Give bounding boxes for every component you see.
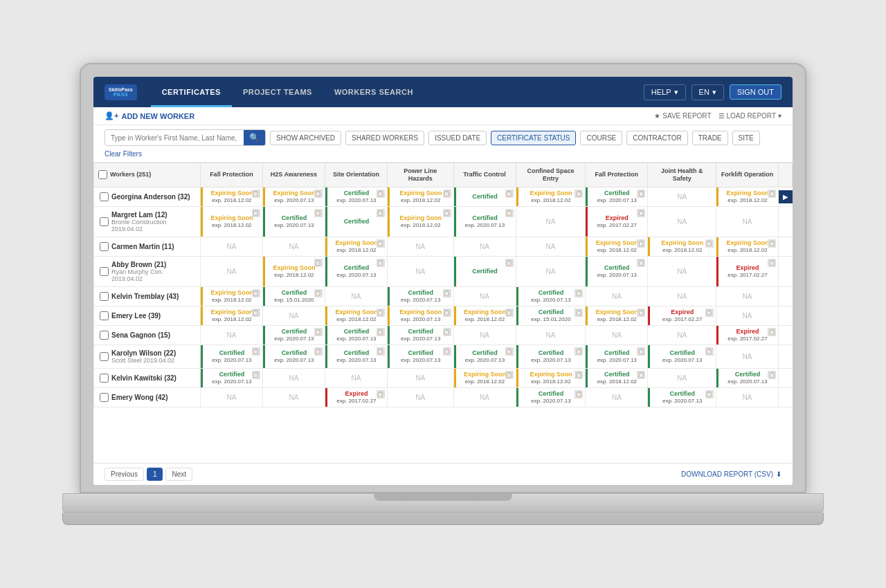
cert-cell[interactable]: Certified exp. 2020.07.13 📋	[325, 256, 387, 286]
cert-cell[interactable]: Certified exp. 2020.07.13 📋	[586, 187, 648, 206]
cert-cell[interactable]: Certified exp. 15.01.2020 📋	[262, 286, 325, 306]
cert-cell[interactable]: Certified exp. 2020.07.13 📋	[586, 344, 648, 368]
cert-icon[interactable]: 📋	[505, 259, 514, 267]
cert-icon[interactable]: 📋	[377, 239, 385, 248]
cert-cell[interactable]: Expired exp. 2017.02.27 📋	[716, 325, 778, 344]
cert-cell[interactable]: Expiring Soon exp. 2020.07.13 📋	[262, 187, 325, 206]
cert-cell[interactable]: NA	[262, 368, 325, 387]
select-all-checkbox[interactable]	[98, 170, 107, 179]
cert-icon[interactable]: 📋	[252, 371, 260, 379]
cert-cell[interactable]: NA	[516, 325, 586, 344]
cert-cell[interactable]: Certified exp. 2020.07.13 📋	[325, 344, 387, 368]
row-checkbox[interactable]	[100, 292, 109, 301]
cert-icon[interactable]: 📋	[252, 209, 260, 217]
cert-cell[interactable]: Expiring Soon exp. 2018.12.02 📋	[200, 187, 262, 206]
cert-cell[interactable]: Expired exp. 2017.02.27 📋	[586, 206, 648, 237]
add-worker-button[interactable]: 👤+ ADD NEW WORKER	[105, 111, 195, 120]
cert-icon[interactable]: 📋	[505, 347, 514, 356]
cert-cell[interactable]: Certified exp. 2020.07.13 📋	[200, 368, 262, 387]
cert-cell[interactable]: NA	[325, 368, 387, 387]
cert-icon[interactable]: 📋	[637, 239, 645, 248]
cert-icon[interactable]: 📋	[575, 390, 583, 398]
cert-cell[interactable]: Certified exp. 2020.07.13 📋	[516, 387, 586, 407]
cert-cell[interactable]: NA	[200, 387, 262, 407]
next-page-button[interactable]: Next	[165, 468, 192, 481]
cert-cell[interactable]: Expiring Soon exp. 2018.12.02 📋	[453, 306, 516, 325]
cert-cell[interactable]: Certified exp. 2020.07.13 📋	[648, 344, 716, 368]
cert-cell[interactable]: NA	[453, 325, 516, 344]
cert-cell[interactable]: Certified 📋	[325, 206, 387, 237]
cert-icon[interactable]: 📋	[377, 209, 385, 217]
cert-icon[interactable]: 📋	[705, 239, 714, 248]
cert-cell[interactable]: Expired exp. 2017.02.27 📋	[648, 306, 716, 325]
cert-cell[interactable]: NA	[716, 344, 778, 368]
cert-cell[interactable]: Expiring Soon exp. 2018.12.02 📋	[325, 306, 387, 325]
cert-icon[interactable]: 📋	[314, 190, 323, 198]
cert-icon[interactable]: 📋	[575, 309, 583, 317]
cert-cell[interactable]: NA	[453, 387, 516, 407]
shared-workers-button[interactable]: SHARED WORKERS	[345, 131, 424, 145]
cert-icon[interactable]: 📋	[768, 190, 776, 198]
cert-cell[interactable]: Expiring Soon exp. 2018.12.02 📋	[516, 187, 586, 206]
cert-cell[interactable]: Expiring Soon exp. 2018.12.02 📋	[453, 368, 516, 387]
cert-cell[interactable]: NA	[387, 368, 453, 387]
row-checkbox[interactable]	[100, 352, 109, 361]
cert-cell[interactable]: Expiring Soon exp. 2018.12.02 📋	[387, 206, 453, 237]
cert-icon[interactable]: 📋	[252, 190, 260, 198]
cert-cell[interactable]: Certified exp. 2020.07.13 📋	[387, 344, 453, 368]
cert-cell[interactable]: NA	[586, 325, 648, 344]
cert-icon[interactable]: 📋	[637, 371, 645, 379]
cert-cell[interactable]: NA	[648, 206, 716, 237]
cert-cell[interactable]: NA	[453, 237, 516, 256]
cert-cell[interactable]: Certified exp. 2020.07.13 📋	[387, 286, 453, 306]
cert-cell[interactable]: Certified exp. 2018.12.02 📋	[586, 368, 648, 387]
cert-icon[interactable]: 📋	[377, 259, 385, 267]
cert-cell[interactable]: Certified exp. 2020.07.13 📋	[516, 344, 586, 368]
cert-cell[interactable]: Expiring Soon exp. 2018.12.02 📋	[387, 187, 453, 206]
cert-cell[interactable]: NA	[262, 387, 325, 407]
cert-cell[interactable]: Certified exp. 2020.07.13 📋	[716, 368, 778, 387]
row-checkbox[interactable]	[100, 374, 109, 383]
cert-icon[interactable]: 📋	[443, 328, 451, 336]
cert-icon[interactable]: 📋	[705, 347, 714, 356]
cert-cell[interactable]: Expiring Soon exp. 2018.12.02 📋	[516, 368, 586, 387]
cert-cell[interactable]: NA	[648, 256, 716, 286]
trade-button[interactable]: TRADE	[692, 131, 728, 145]
row-checkbox[interactable]	[100, 242, 109, 251]
cert-cell[interactable]: Expired exp. 2017.02.27 📋	[325, 387, 387, 407]
load-report-button[interactable]: ☰ LOAD REPORT ▾	[718, 112, 782, 120]
cert-cell[interactable]: Certified exp. 2020.07.13 📋	[648, 387, 716, 407]
row-checkbox[interactable]	[100, 331, 109, 340]
tab-workers-search[interactable]: WORKERS SEARCH	[323, 77, 424, 107]
cert-cell[interactable]: Expiring Soon exp. 2018.12.02 📋	[200, 206, 262, 237]
certificate-status-button[interactable]: CERTIFICATE STATUS	[491, 131, 576, 145]
cert-cell[interactable]: NA	[387, 237, 453, 256]
row-checkbox[interactable]	[100, 192, 109, 201]
cert-icon[interactable]: 📋	[252, 289, 260, 297]
cert-icon[interactable]: 📋	[505, 209, 514, 217]
cert-cell[interactable]: Certified exp. 2020.07.13 📋	[325, 325, 387, 344]
cert-cell[interactable]: Certified 📋	[453, 256, 516, 286]
cert-cell[interactable]: NA	[716, 306, 778, 325]
cert-icon[interactable]: 📋	[637, 347, 645, 356]
page-1-button[interactable]: 1	[147, 468, 163, 481]
cert-cell[interactable]: Certified exp. 15.01.2020 📋	[516, 306, 586, 325]
cert-icon[interactable]: 📋	[505, 309, 514, 317]
cert-cell[interactable]: NA	[716, 387, 778, 407]
cert-cell[interactable]: NA	[716, 206, 778, 237]
cert-cell[interactable]: NA	[262, 306, 325, 325]
search-input[interactable]	[105, 131, 244, 145]
cert-icon[interactable]: 📋	[575, 371, 583, 379]
cert-cell[interactable]: NA	[516, 206, 586, 237]
cert-cell[interactable]: NA	[648, 325, 716, 344]
cert-icon[interactable]: 📋	[377, 309, 385, 317]
cert-cell[interactable]: Certified exp. 2020.07.13 📋	[262, 325, 325, 344]
show-archived-button[interactable]: SHOW ARCHIVED	[270, 131, 341, 145]
cert-icon[interactable]: 📋	[575, 190, 583, 198]
cert-cell[interactable]: NA	[516, 237, 586, 256]
cert-icon[interactable]: 📋	[505, 371, 514, 379]
cert-icon[interactable]: 📋	[637, 209, 645, 217]
cert-cell[interactable]: Expired exp. 2017.02.27 📋	[716, 256, 778, 286]
clear-filters-button[interactable]: Clear Filters	[105, 150, 142, 158]
contractor-button[interactable]: CONTRACTOR	[626, 131, 687, 145]
